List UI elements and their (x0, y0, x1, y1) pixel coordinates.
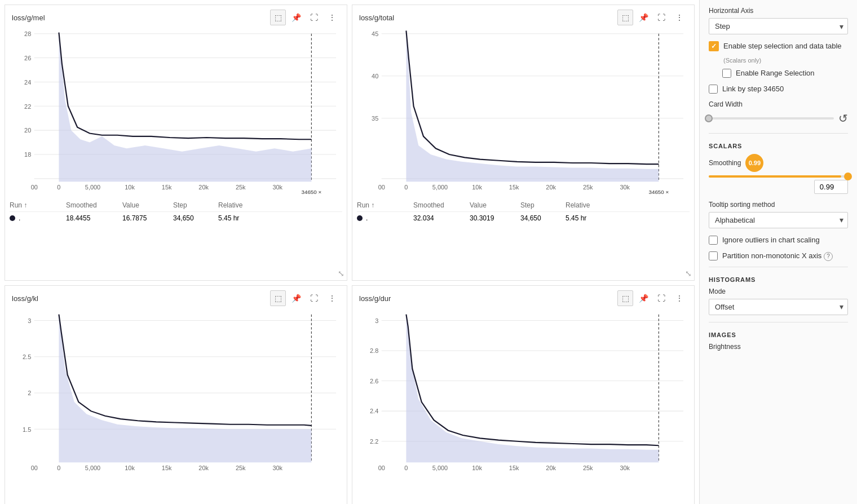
col-smoothed-total: Smoothed (413, 201, 470, 209)
partition-label: Partition non-monotonic X axis ? (722, 251, 833, 261)
card-width-slider-thumb[interactable] (705, 114, 713, 122)
more-btn-kl[interactable]: ⋮ (324, 290, 340, 306)
chart-svg-dur: 3 2.8 2.6 2.4 2.2 00 0 5,000 10k 15k 20k… (357, 308, 690, 478)
main-content: loss/g/mel ⬚ 📌 ⛶ ⋮ (0, 0, 699, 504)
pin-btn-mel[interactable]: 📌 (288, 10, 304, 25)
divider-1 (709, 133, 848, 134)
svg-text:40: 40 (372, 73, 378, 79)
col-run-total[interactable]: Run ↑ (357, 201, 413, 209)
svg-text:00: 00 (31, 184, 38, 191)
tooltip-label: Tooltip sorting method (709, 201, 848, 209)
col-run-mel[interactable]: Run ↑ (10, 201, 66, 209)
chart-area-total: 45 40 35 00 0 5,000 10k 15k 20k 25k 30k … (357, 28, 690, 197)
link-step-checkbox[interactable] (709, 85, 718, 94)
divider-2 (709, 267, 848, 267)
pin-btn-kl[interactable]: 📌 (288, 290, 304, 306)
horizontal-axis-select[interactable]: Step Relative Wall (709, 18, 848, 34)
chart-title-kl: loss/g/kl (12, 294, 38, 303)
chart-svg-kl: 3 2.5 2 1.5 00 0 5,000 10k 15k 20k 25k 3… (10, 308, 342, 478)
svg-text:10k: 10k (125, 184, 135, 191)
chart-title-dur: loss/g/dur (359, 294, 391, 303)
ignore-outliers-row: Ignore outliers in chart scaling (709, 235, 848, 245)
svg-text:00: 00 (378, 184, 385, 191)
more-btn-dur[interactable]: ⋮ (672, 290, 687, 306)
charts-grid: loss/g/mel ⬚ 📌 ⛶ ⋮ (5, 5, 695, 504)
svg-text:2.8: 2.8 (370, 347, 378, 354)
table-header-mel: Run ↑ Smoothed Value Step Relative (10, 199, 342, 212)
slider-reset-icon[interactable]: ↺ (838, 113, 848, 124)
images-section-title: IMAGES (709, 331, 848, 338)
resize-handle-mel[interactable]: ⤡ (338, 269, 344, 278)
svg-text:28: 28 (24, 30, 31, 37)
chart-header-mel: loss/g/mel ⬚ 📌 ⛶ ⋮ (5, 5, 347, 28)
chart-svg-total: 45 40 35 00 0 5,000 10k 15k 20k 25k 30k … (357, 28, 690, 197)
enable-range-row: Enable Range Selection (722, 68, 848, 78)
tooltip-select[interactable]: Alphabetical Ascending Descending Defaul… (709, 212, 848, 228)
chart-header-dur: loss/g/dur ⬚ 📌 ⛶ ⋮ (352, 286, 694, 308)
smoothing-slider-thumb[interactable] (844, 173, 852, 180)
chart-header-total: loss/g/total ⬚ 📌 ⛶ ⋮ (352, 5, 694, 28)
select-region-btn-mel[interactable]: ⬚ (270, 10, 286, 25)
svg-text:25k: 25k (583, 184, 593, 191)
scalars-section-title: SCALARS (709, 143, 848, 149)
svg-text:3: 3 (375, 317, 378, 324)
svg-text:2: 2 (28, 390, 31, 396)
run-dot-total: . (357, 214, 413, 222)
partition-help-icon[interactable]: ? (824, 252, 833, 261)
link-step-label[interactable]: Link by step 34650 (722, 84, 784, 94)
select-region-btn-total[interactable]: ⬚ (617, 10, 633, 25)
smoothing-slider-track[interactable] (709, 175, 848, 178)
svg-text:18: 18 (24, 151, 31, 158)
svg-text:15k: 15k (162, 184, 172, 191)
svg-text:5,000: 5,000 (85, 465, 100, 471)
card-width-label: Card Width (709, 100, 848, 108)
svg-text:5,000: 5,000 (85, 184, 100, 191)
svg-text:0: 0 (404, 465, 408, 471)
enable-step-label[interactable]: Enable step selection and data table (723, 41, 842, 51)
ignore-outliers-label[interactable]: Ignore outliers in chart scaling (722, 235, 820, 245)
more-btn-mel[interactable]: ⋮ (324, 10, 340, 25)
resize-handle-total[interactable]: ⤡ (685, 269, 692, 278)
svg-text:24: 24 (24, 79, 31, 86)
enable-range-checkbox[interactable] (722, 69, 731, 78)
pin-btn-dur[interactable]: 📌 (635, 290, 651, 306)
select-region-btn-kl[interactable]: ⬚ (270, 290, 286, 306)
chart-toolbar-kl: ⬚ 📌 ⛶ ⋮ (270, 290, 340, 306)
svg-text:1.5: 1.5 (23, 426, 31, 433)
enable-range-label[interactable]: Enable Range Selection (736, 68, 815, 78)
brightness-label: Brightness (709, 343, 848, 351)
enable-step-checkbox[interactable] (709, 41, 719, 51)
ignore-outliers-checkbox[interactable] (709, 236, 718, 245)
histograms-section-title: HISTOGRAMS (709, 276, 848, 283)
svg-text:0: 0 (404, 184, 408, 191)
fullscreen-btn-total[interactable]: ⛶ (653, 10, 669, 25)
svg-text:10k: 10k (472, 184, 482, 191)
card-width-slider-track[interactable] (709, 117, 834, 120)
smoothing-slider-fill (709, 175, 841, 178)
fullscreen-btn-kl[interactable]: ⛶ (306, 290, 322, 306)
horizontal-axis-label: Horizontal Axis (709, 7, 848, 15)
svg-text:35: 35 (372, 115, 378, 122)
horizontal-axis-section: Horizontal Axis Step Relative Wall ▾ (709, 7, 848, 34)
pin-btn-total[interactable]: 📌 (635, 10, 651, 25)
step-val-total: 34,650 (520, 214, 566, 222)
svg-text:20k: 20k (198, 465, 209, 471)
col-step-total: Step (520, 201, 566, 209)
chart-area-kl: 3 2.5 2 1.5 00 0 5,000 10k 15k 20k 25k 3… (10, 308, 342, 478)
mode-select[interactable]: Offset Overlay (709, 299, 848, 315)
enable-step-row: Enable step selection and data table (709, 41, 848, 51)
svg-text:30k: 30k (620, 184, 630, 191)
value-val-mel: 16.7875 (122, 214, 173, 222)
svg-text:25k: 25k (583, 465, 593, 471)
more-btn-total[interactable]: ⋮ (672, 10, 687, 25)
fullscreen-btn-mel[interactable]: ⛶ (306, 10, 322, 25)
partition-checkbox[interactable] (709, 251, 718, 260)
smoothing-row: Smoothing 0.99 (709, 154, 848, 172)
run-dot-mel: . (10, 214, 66, 222)
svg-text:30k: 30k (272, 465, 282, 471)
fullscreen-btn-dur[interactable]: ⛶ (653, 290, 669, 306)
smoothing-input[interactable] (814, 180, 848, 194)
select-region-btn-dur[interactable]: ⬚ (617, 290, 633, 306)
smoothing-bubble: 0.99 (745, 154, 763, 172)
smoothing-input-row (709, 180, 848, 194)
